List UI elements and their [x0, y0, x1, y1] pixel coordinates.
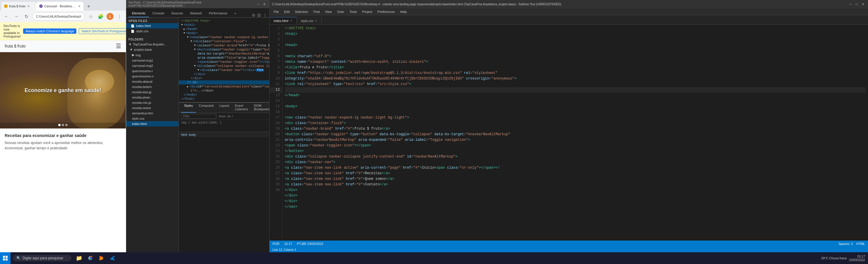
editor-tab-style-close[interactable]: ✕: [315, 19, 317, 22]
menu-find[interactable]: Find: [311, 9, 322, 14]
taskbar-sublime[interactable]: [97, 254, 106, 263]
switch-language-button[interactable]: Switch DevTools to Portuguese: [79, 28, 128, 34]
file-receita-abac[interactable]: receita-abacat: [126, 79, 179, 84]
file-index2[interactable]: index.html: [126, 121, 179, 126]
forward-button[interactable]: →: [12, 12, 21, 21]
tab-console[interactable]: Console: [149, 10, 168, 17]
menu-edit[interactable]: Edit: [282, 9, 292, 14]
toggler-attrs[interactable]: data-bs-target="#navbarNavAltMarkup" ari…: [179, 52, 269, 56]
menu-button[interactable]: ⋮: [115, 12, 124, 21]
editor-minimize-icon[interactable]: ─: [848, 2, 853, 6]
carousel-dot-3[interactable]: [65, 124, 68, 126]
editor-maximize-icon[interactable]: □: [855, 2, 859, 6]
tab-performance[interactable]: Performance: [206, 10, 231, 17]
more-tools-icon[interactable]: ⋮: [263, 13, 267, 17]
menu-help[interactable]: Help: [398, 9, 409, 14]
folder-img[interactable]: ▶ img: [126, 52, 179, 58]
file-receita-piner[interactable]: receita-piner-: [126, 95, 179, 100]
taskbar-file-explorer[interactable]: 📁: [74, 254, 84, 263]
start-button[interactable]: [0, 252, 10, 264]
menu-tools[interactable]: Tools: [347, 9, 360, 14]
toggler-attrs2[interactable]: aria-expanded="false" aria-label="Toggle…: [179, 56, 269, 60]
nav-tag[interactable]: ▼<nav class="navbar navbar-expand-lg nav…: [179, 35, 269, 39]
body-tag[interactable]: ▼<body>: [179, 31, 269, 35]
breadcrumb-html[interactable]: html: [181, 133, 187, 136]
carousel-div[interactable]: ▶<div id="carouselExampleCaptions" class…: [179, 84, 269, 88]
refresh-button[interactable]: ↻: [22, 12, 30, 21]
close-html[interactable]: </html>: [179, 97, 269, 101]
menu-preferences[interactable]: Preferences: [375, 9, 397, 14]
extensions-button[interactable]: 🧩: [97, 12, 105, 21]
close-body[interactable]: </body>: [179, 93, 269, 97]
inspect-icon[interactable]: ⊙: [252, 13, 255, 17]
taskbar-search-bar[interactable]: 🔍 Digite aqui para pesquisar: [13, 255, 71, 261]
file-index-html[interactable]: 📄 index.html: [126, 23, 179, 28]
html-doctype[interactable]: <!DOCTYPE html>: [179, 19, 269, 23]
editor-tab-index-close[interactable]: ✕: [290, 19, 292, 22]
match-language-button[interactable]: Always match Chrome's language: [23, 28, 76, 34]
file-queromosmo-r[interactable]: queromosmo-r: [126, 68, 179, 74]
browser-tab-2[interactable]: Carousel · Bootstrap v5.1 ✕: [36, 2, 84, 10]
head-tag[interactable]: ▶<head>: [179, 27, 269, 31]
file-receita-orient[interactable]: receita-orient: [126, 105, 179, 111]
tab-dom-breakpoints[interactable]: DOM Breakpoints: [251, 103, 269, 113]
editor-tab-index[interactable]: index.html ✕: [270, 17, 297, 24]
html-tag[interactable]: ▼<html>: [179, 23, 269, 27]
menu-goto[interactable]: Goto: [335, 9, 346, 14]
code-content[interactable]: <!DOCTYPE html> <html> <head> <meta char…: [282, 25, 868, 240]
devtools-minimize-icon[interactable]: ─: [256, 2, 261, 6]
folder-project[interactable]: ▼ projeto-base: [126, 47, 179, 52]
browser-tab-1[interactable]: fruta $ fruto ✕: [1, 2, 36, 10]
toggler-button[interactable]: ▼<button class="navbar-toggler" type="bu…: [179, 48, 269, 52]
carousel-dot-2[interactable]: [62, 124, 64, 126]
carousel-dot-1[interactable]: [58, 124, 61, 126]
tab-elements[interactable]: Elements: [128, 10, 149, 17]
file-style-css[interactable]: 📄 style.css: [126, 28, 179, 34]
hamburger-icon[interactable]: ☰: [116, 43, 121, 50]
close-container[interactable]: </div>: [179, 76, 269, 80]
tab1-close-icon[interactable]: ✕: [27, 5, 30, 8]
file-carrossel1[interactable]: carrossel-img1: [126, 58, 179, 63]
file-semantica[interactable]: semantica-htm: [126, 111, 179, 116]
new-tab-button[interactable]: +: [85, 2, 93, 10]
folder-root[interactable]: ▼ TopCasaFina Arquitet...: [126, 42, 179, 47]
menu-file[interactable]: File: [271, 9, 281, 14]
filter-input[interactable]: [181, 114, 216, 119]
address-bar[interactable]: [32, 12, 85, 21]
menu-selection[interactable]: Selection: [293, 9, 310, 14]
navbar-nav[interactable]: ▼<div class="navbar-nav"></div> flex: [179, 68, 269, 72]
file-carrossel2[interactable]: carrossel-img2: [126, 63, 179, 68]
tab-network[interactable]: Network: [187, 10, 206, 17]
tab-sources[interactable]: Sources: [168, 10, 186, 17]
tab-more[interactable]: »: [231, 10, 240, 17]
brand-a[interactable]: ▼<a class="navbar-brand" href="#">fruta …: [179, 44, 269, 48]
file-queromosmo-n[interactable]: queromosmo-n: [126, 74, 179, 79]
collapse-div[interactable]: ▼<div class="collapse navbar-collapse ju…: [179, 64, 269, 68]
device-icon[interactable]: ⊡: [257, 13, 261, 17]
close-collapse[interactable]: </div>: [179, 72, 269, 76]
toggler-span[interactable]: <span class="navbar-toggler-icon"></span…: [179, 60, 269, 64]
bookmark-button[interactable]: ☆: [87, 12, 95, 21]
file-style2[interactable]: style.css: [126, 116, 179, 121]
tab-computed[interactable]: Computed: [196, 103, 217, 113]
tab2-close-icon[interactable]: ✕: [78, 5, 81, 8]
devtools-close-icon[interactable]: ✕: [262, 2, 267, 6]
editor-tab-style[interactable]: style.css ✕: [297, 17, 321, 24]
breadcrumb-body[interactable]: body: [189, 133, 196, 136]
menu-view[interactable]: View: [322, 9, 334, 14]
img-tag[interactable]: == $0: [179, 80, 269, 84]
file-receita-mix[interactable]: receita-mix.jp: [126, 100, 179, 105]
carousel-cont[interactable]: 1">...</div>: [179, 88, 269, 93]
profile-avatar[interactable]: L: [106, 13, 114, 20]
file-receita-kiwi[interactable]: receita-kiwi.jp: [126, 89, 179, 95]
menu-project[interactable]: Project: [360, 9, 375, 14]
editor-close-icon[interactable]: ✕: [861, 2, 866, 6]
taskbar-vscode[interactable]: [108, 254, 117, 263]
file-receita-betern[interactable]: receita-betern: [126, 84, 179, 89]
back-button[interactable]: ←: [2, 12, 10, 21]
container-div[interactable]: ▼<div class="container-fluid">: [179, 39, 269, 44]
tab-styles[interactable]: Styles: [181, 103, 196, 113]
tab-event-listeners[interactable]: Event Listeners: [232, 103, 251, 113]
tab-layout[interactable]: Layout: [217, 103, 232, 113]
taskbar-chrome[interactable]: [86, 254, 95, 263]
